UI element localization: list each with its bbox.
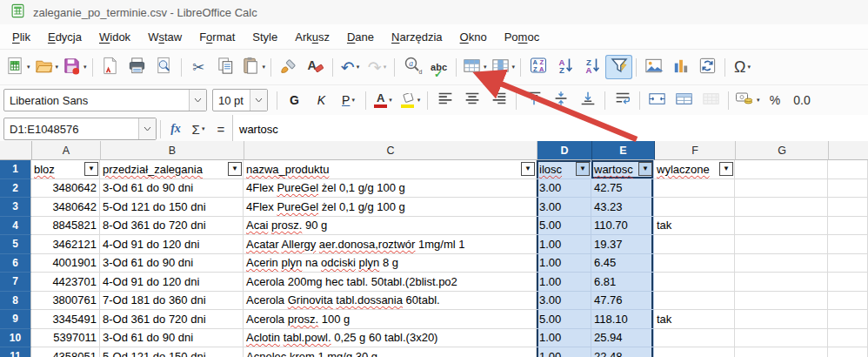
align-center-button[interactable] (458, 89, 485, 111)
sort-descending-button[interactable]: ZA (578, 55, 605, 79)
dropdown-arrow-icon[interactable]: ▾ (202, 125, 205, 132)
unmerge-cells-button[interactable] (698, 89, 724, 111)
cell-C9[interactable]: Acerola prosz. 100 g (244, 310, 537, 329)
menu-widok[interactable]: Widok (90, 27, 139, 47)
dropdown-arrow-icon[interactable]: ▾ (389, 97, 392, 104)
insert-chart-button[interactable] (667, 55, 694, 79)
menu-arkusz[interactable]: Arkusz (286, 27, 338, 47)
clear-formatting-button[interactable]: A (302, 55, 329, 79)
cell-B8[interactable]: 7-Od 181 do 360 dni (100, 292, 244, 311)
cell-G5[interactable] (735, 235, 828, 254)
sort-ascending-button[interactable]: AZ (551, 55, 578, 79)
cell-C1[interactable]: nazwa_produktu▼ (244, 160, 537, 179)
cell-A3[interactable]: 3480642 (31, 198, 100, 217)
cell-D4[interactable]: 5.00 (537, 217, 591, 236)
find-replace-button[interactable]: ad (398, 55, 425, 79)
dropdown-arrow-icon[interactable]: ▾ (748, 64, 751, 71)
cell-F8[interactable] (654, 292, 735, 311)
cell-G7[interactable] (735, 273, 828, 292)
column-header-D[interactable]: D (537, 141, 592, 160)
cell-C3[interactable]: 4Flex PureGel żel 0,1 g/g 100 g (244, 198, 537, 217)
cell-A5[interactable]: 3462121 (31, 235, 100, 254)
function-wizard-button[interactable]: fx (164, 118, 187, 140)
sort-button[interactable]: AZZA (524, 55, 551, 79)
cell-D6[interactable]: 1.00 (537, 254, 591, 273)
cell-A1[interactable]: bloz▼ (31, 160, 100, 179)
dropdown-arrow-icon[interactable]: ▾ (351, 97, 355, 104)
row-header-11[interactable]: 11 (0, 347, 31, 357)
dropdown-arrow-icon[interactable]: ▾ (83, 64, 87, 71)
cell-A9[interactable]: 3345491 (31, 310, 100, 329)
cell-F1[interactable]: wylaczone▼ (654, 160, 735, 179)
cell-D3[interactable]: 3.00 (537, 198, 591, 217)
autofilter-button-toolbar[interactable] (605, 55, 632, 79)
cell-H4[interactable] (828, 217, 868, 236)
cell-G1[interactable] (735, 160, 828, 179)
cell-B4[interactable]: 8-Od 361 do 720 dni (100, 217, 244, 236)
cell-F5[interactable] (654, 235, 735, 254)
cell-B5[interactable]: 4-Od 91 do 120 dni (100, 235, 244, 254)
row-button[interactable]: ▾ (460, 55, 489, 79)
merge-center-button[interactable] (644, 89, 671, 111)
equals-button[interactable]: = (210, 118, 232, 140)
cell-C7[interactable]: Acerola 200mg hec tabl. 50tabl.(2blist.p… (244, 273, 537, 292)
cell-F6[interactable] (654, 254, 735, 273)
cell-D1[interactable]: ilosc▼ (537, 160, 591, 179)
cell-E2[interactable]: 42.75 (591, 179, 654, 199)
cell-E5[interactable]: 19.37 (591, 235, 654, 254)
cell-B7[interactable]: 4-Od 91 do 120 dni (100, 273, 244, 292)
row-header-3[interactable]: 3 (0, 198, 31, 217)
cell-A11[interactable]: 4358051 (31, 347, 100, 357)
chevron-down-icon[interactable] (189, 90, 206, 111)
cell-B6[interactable]: 3-Od 61 do 90 dni (100, 254, 244, 273)
cell-B9[interactable]: 8-Od 361 do 720 dni (100, 310, 244, 329)
copy-button[interactable] (212, 55, 239, 79)
align-bottom-button[interactable] (574, 89, 601, 111)
column-header-A[interactable]: A (32, 141, 101, 160)
dropdown-arrow-icon[interactable]: ▾ (384, 64, 387, 71)
cell-B11[interactable]: 5-Od 121 do 150 dni (100, 347, 244, 357)
cell-C5[interactable]: Acatar Allergy aer.donosa,roztwór 1mg/ml… (244, 235, 537, 254)
cell-B10[interactable]: 3-Od 61 do 90 dni (100, 329, 244, 348)
cell-C10[interactable]: Aclotin tabl.powl. 0,25 g 60 tabl.(3x20) (244, 329, 537, 348)
menu-wstaw[interactable]: Wstaw (139, 27, 190, 47)
column-button[interactable]: ▾ (489, 55, 517, 79)
dropdown-arrow-icon[interactable]: ▾ (263, 64, 266, 71)
cell-C8[interactable]: Acerola Grinovita tabl.dossania 60tabl. (244, 292, 537, 311)
dropdown-arrow-icon[interactable]: ▾ (56, 64, 59, 71)
cell-A8[interactable]: 3800761 (31, 292, 100, 311)
print-button[interactable] (124, 55, 150, 79)
column-header-E[interactable]: E (592, 141, 655, 160)
menu-dane[interactable]: Dane (338, 27, 383, 47)
cell-C6[interactable]: Acerin plyn na odciski plyn 8 g (244, 254, 537, 273)
merge-cells-button[interactable] (671, 89, 698, 111)
row-header-2[interactable]: 2 (0, 179, 31, 199)
cell-E6[interactable]: 6.45 (591, 254, 654, 273)
cell-H5[interactable] (828, 235, 868, 254)
menu-style[interactable]: Style (244, 27, 286, 47)
cell-B1[interactable]: przedział_zalegania▼ (100, 160, 244, 179)
cell-A4[interactable]: 8845821 (31, 217, 100, 236)
cell-E4[interactable]: 110.70 (591, 217, 654, 236)
autofilter-button[interactable]: ▼ (228, 162, 242, 176)
underline-button[interactable]: P▾ (335, 89, 362, 111)
bold-button[interactable]: G (281, 89, 308, 111)
format-percent-button[interactable]: % (762, 89, 789, 111)
cell-D9[interactable]: 5.00 (537, 310, 591, 329)
dropdown-arrow-icon[interactable]: ▾ (417, 97, 421, 104)
cell-G9[interactable] (735, 310, 828, 329)
save-button[interactable]: ▾ (60, 55, 89, 79)
cell-F3[interactable] (654, 198, 735, 217)
dropdown-arrow-icon[interactable]: ▾ (484, 64, 487, 71)
dropdown-arrow-icon[interactable]: ▾ (27, 64, 30, 71)
menu-edycja[interactable]: Edycja (39, 27, 90, 47)
cell-B2[interactable]: 3-Od 61 do 90 dni (100, 179, 244, 199)
cell-E9[interactable]: 118.10 (591, 310, 654, 329)
row-header-9[interactable]: 9 (0, 310, 31, 329)
name-box[interactable]: D1:E1048576 (3, 118, 157, 140)
autofilter-button[interactable]: ▼ (576, 162, 590, 176)
undo-button[interactable]: ↶▾ (337, 55, 364, 79)
cell-H11[interactable] (828, 347, 868, 357)
cell-H3[interactable] (828, 198, 868, 217)
insert-image-button[interactable] (640, 55, 667, 79)
